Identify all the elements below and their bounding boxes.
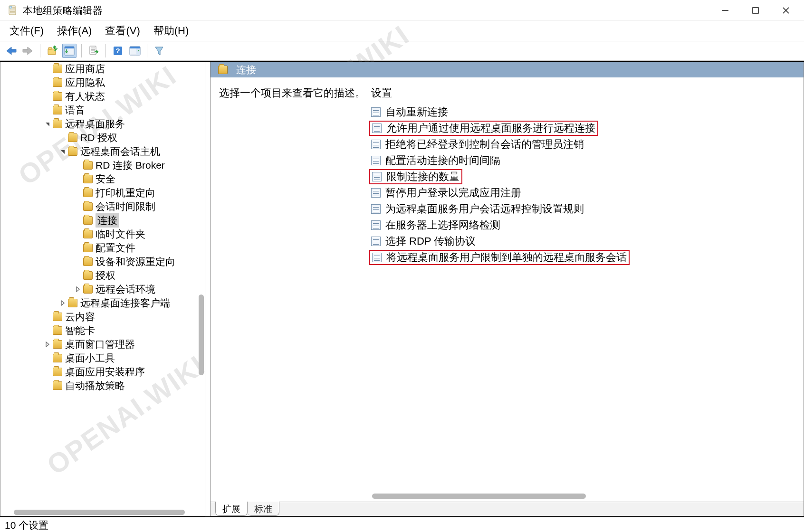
show-hide-tree-button[interactable]	[62, 44, 77, 58]
tab-standard[interactable]: 标准	[248, 502, 279, 516]
folder-icon	[53, 92, 62, 101]
setting-item[interactable]: 暂停用户登录以完成应用注册	[371, 185, 795, 201]
tree-item[interactable]: RD 授权	[0, 131, 205, 144]
tree-item[interactable]: 远程桌面连接客户端	[0, 296, 205, 310]
tree-item[interactable]: 云内容	[0, 310, 205, 323]
svg-rect-11	[48, 49, 56, 55]
tree-vertical-scrollbar[interactable]	[199, 294, 204, 375]
tree-item[interactable]: 设备和资源重定向	[0, 255, 205, 268]
menu-action[interactable]: 操作(A)	[57, 24, 92, 38]
tree-item-label: 打印机重定向	[96, 186, 155, 200]
tree-item-label: 远程会话环境	[96, 283, 155, 296]
svg-rect-16	[90, 46, 96, 55]
setting-item[interactable]: 限制连接的数量	[371, 169, 795, 185]
setting-label: 配置活动连接的时间间隔	[385, 153, 500, 168]
tree-item[interactable]: 配置文件	[0, 241, 205, 255]
maximize-button[interactable]	[740, 1, 771, 20]
tree-item-label: 桌面应用安装程序	[65, 365, 145, 379]
tree-item[interactable]: 语音	[0, 103, 205, 117]
tree-item[interactable]: 桌面窗口管理器	[0, 337, 205, 351]
setting-item[interactable]: 在服务器上选择网络检测	[371, 217, 795, 233]
tree-item[interactable]: 远程桌面服务	[0, 117, 205, 131]
folder-icon	[83, 230, 93, 238]
forward-button[interactable]	[21, 44, 35, 58]
setting-label: 将远程桌面服务用户限制到单独的远程桌面服务会话	[386, 250, 627, 265]
close-button[interactable]	[771, 1, 801, 20]
policy-icon	[371, 237, 381, 246]
policy-icon	[372, 172, 382, 181]
policy-icon	[371, 156, 381, 165]
menu-help[interactable]: 帮助(H)	[153, 24, 189, 38]
tree-item[interactable]: 安全	[0, 172, 205, 186]
tree-item[interactable]: 桌面小工具	[0, 351, 205, 365]
tab-extended[interactable]: 扩展	[215, 502, 248, 516]
tree-item[interactable]: 应用商店	[0, 62, 205, 76]
tree-item[interactable]: 自动播放策略	[0, 379, 205, 392]
chevron-down-icon[interactable]	[58, 149, 67, 154]
setting-label: 拒绝将已经登录到控制台会话的管理员注销	[385, 137, 584, 152]
tree-item-label: 云内容	[65, 310, 95, 323]
setting-label: 暂停用户登录以完成应用注册	[385, 186, 521, 200]
tree-item[interactable]: 远程会话环境	[0, 282, 205, 296]
chevron-down-icon[interactable]	[43, 121, 52, 127]
tree-item[interactable]: 应用隐私	[0, 76, 205, 89]
tree-item-label: 远程桌面服务	[65, 117, 125, 131]
tree-item[interactable]: 远程桌面会话主机	[0, 144, 205, 158]
setting-item[interactable]: 允许用户通过使用远程桌面服务进行远程连接	[371, 120, 795, 136]
tree-item[interactable]: RD 连接 Broker	[0, 158, 205, 172]
folder-icon	[53, 381, 62, 390]
tree-item-label: 语音	[65, 104, 85, 117]
window-title: 本地组策略编辑器	[23, 4, 103, 17]
folder-icon	[53, 340, 62, 349]
settings-column-header[interactable]: 设置	[371, 86, 795, 100]
chevron-right-icon[interactable]	[74, 286, 82, 292]
tree-pane[interactable]: 应用商店应用隐私有人状态语音远程桌面服务RD 授权远程桌面会话主机RD 连接 B…	[0, 62, 205, 516]
help-button[interactable]: ?	[111, 44, 125, 58]
title-bar: 本地组策略编辑器	[0, 0, 804, 21]
tree-item[interactable]: 智能卡	[0, 323, 205, 337]
chevron-right-icon[interactable]	[43, 342, 52, 347]
tree-item-label: 应用商店	[65, 62, 105, 76]
splitter[interactable]	[205, 62, 210, 516]
folder-icon	[83, 161, 93, 170]
setting-label: 选择 RDP 传输协议	[385, 234, 476, 248]
tree-item-label: RD 授权	[80, 131, 117, 144]
minimize-button[interactable]	[710, 1, 740, 20]
tree-item-label: 应用隐私	[65, 76, 105, 89]
show-hide-actions-button[interactable]	[128, 44, 142, 58]
tree-item-label: 安全	[96, 172, 115, 186]
setting-item[interactable]: 为远程桌面服务用户会话远程控制设置规则	[371, 201, 795, 217]
setting-item[interactable]: 将远程桌面服务用户限制到单独的远程桌面服务会话	[371, 249, 795, 266]
tree-item[interactable]: 临时文件夹	[0, 227, 205, 241]
up-button[interactable]	[45, 44, 59, 58]
tree-item-label: 智能卡	[65, 324, 95, 337]
setting-item[interactable]: 拒绝将已经登录到控制台会话的管理员注销	[371, 136, 795, 152]
policy-icon	[372, 124, 382, 133]
setting-item[interactable]: 选择 RDP 传输协议	[371, 233, 795, 249]
setting-item[interactable]: 配置活动连接的时间间隔	[371, 152, 795, 169]
folder-icon	[83, 189, 93, 197]
policy-icon	[371, 140, 381, 149]
svg-rect-25	[136, 48, 140, 55]
svg-rect-24	[130, 47, 140, 48]
chevron-right-icon[interactable]	[58, 300, 67, 306]
tree-horizontal-scrollbar[interactable]	[14, 510, 185, 515]
setting-item[interactable]: 自动重新连接	[371, 104, 795, 120]
tree-item[interactable]: 打印机重定向	[0, 186, 205, 200]
tree-item[interactable]: 桌面应用安装程序	[0, 365, 205, 379]
export-list-button[interactable]	[86, 44, 101, 58]
tree-item[interactable]: 授权	[0, 268, 205, 282]
tree-item[interactable]: 有人状态	[0, 89, 205, 103]
folder-icon	[83, 271, 93, 280]
policy-icon	[371, 188, 381, 198]
menu-view[interactable]: 查看(V)	[105, 24, 140, 38]
back-button[interactable]	[4, 44, 18, 58]
details-horizontal-scrollbar[interactable]	[372, 494, 586, 499]
tree-item[interactable]: 会话时间限制	[0, 200, 205, 213]
filter-button[interactable]	[152, 44, 166, 58]
menu-file[interactable]: 文件(F)	[10, 24, 44, 38]
tree-item-label: 自动播放策略	[65, 379, 125, 392]
app-icon	[8, 5, 18, 16]
folder-icon	[83, 175, 93, 183]
tree-item[interactable]: 连接	[0, 213, 205, 227]
